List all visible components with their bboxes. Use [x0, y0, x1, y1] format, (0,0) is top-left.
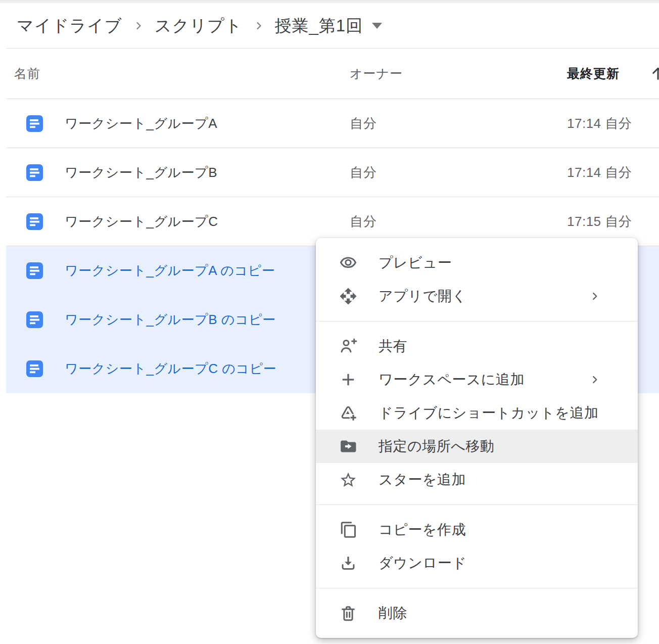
menu-divider [316, 504, 638, 505]
file-name: ワークシート_グループA [65, 115, 217, 132]
file-name: ワークシート_グループB のコピー [65, 311, 276, 329]
menu-item-delete[interactable]: 削除 [316, 596, 638, 630]
menu-item-share[interactable]: 共有 [316, 330, 638, 363]
google-docs-icon [26, 360, 43, 377]
breadcrumb-item-current-folder[interactable]: 授業_第1回 [275, 15, 363, 37]
google-docs-icon [26, 311, 43, 328]
drive-shortcut-icon [339, 404, 357, 422]
chevron-right-icon [132, 20, 145, 32]
breadcrumb-item-my-drive[interactable]: マイドライブ [17, 15, 122, 37]
file-modified: 17:14 自分 [567, 164, 632, 181]
download-icon [339, 554, 357, 572]
google-docs-icon [26, 164, 43, 181]
trash-icon [339, 604, 357, 622]
file-name: ワークシート_グループC のコピー [65, 360, 276, 378]
file-row[interactable]: ワークシート_グループA 自分 17:14 自分 [6, 99, 659, 148]
menu-item-label: スターを追加 [379, 470, 466, 489]
column-header-owner[interactable]: オーナー [350, 49, 403, 99]
menu-item-add-star[interactable]: スターを追加 [316, 463, 638, 496]
person-add-icon [339, 337, 357, 355]
plus-icon [339, 371, 357, 389]
menu-item-label: アプリで開く [379, 287, 466, 306]
file-row[interactable]: ワークシート_グループB 自分 17:14 自分 [6, 148, 659, 197]
file-name: ワークシート_グループB [65, 164, 217, 181]
menu-item-label: ワークスペースに追加 [379, 370, 525, 389]
menu-item-label: ドライブにショートカットを追加 [379, 403, 598, 423]
google-docs-icon [26, 262, 43, 279]
chevron-right-icon [253, 20, 265, 32]
menu-item-label: ダウンロード [379, 554, 466, 573]
submenu-chevron-icon [588, 290, 601, 303]
file-owner: 自分 [350, 213, 377, 231]
top-edge-divider [0, 0, 659, 4]
google-docs-icon [26, 115, 43, 132]
menu-item-make-copy[interactable]: コピーを作成 [316, 513, 638, 546]
menu-item-open-with[interactable]: アプリで開く [316, 280, 638, 313]
google-docs-icon [26, 213, 43, 230]
file-modified: 17:15 自分 [567, 213, 632, 231]
eye-icon [339, 254, 357, 272]
menu-divider [316, 588, 638, 588]
menu-item-label: 共有 [379, 337, 407, 356]
menu-item-move-to[interactable]: 指定の場所へ移動 [316, 430, 638, 463]
copy-icon [339, 521, 357, 539]
file-name: ワークシート_グループA のコピー [65, 262, 275, 280]
column-header-modified[interactable]: 最終更新 [567, 49, 620, 99]
menu-item-add-to-workspace[interactable]: ワークスペースに追加 [316, 363, 638, 396]
drive-file-list-page: マイドライブ スクリプト 授業_第1回 名前 オーナー 最終更新 ワークシート_… [0, 0, 659, 644]
folder-move-icon [339, 437, 357, 455]
breadcrumb-item-scripts[interactable]: スクリプト [155, 15, 243, 37]
column-header-name[interactable]: 名前 [14, 49, 40, 99]
menu-item-add-shortcut-to-drive[interactable]: ドライブにショートカットを追加 [316, 396, 638, 430]
breadcrumb: マイドライブ スクリプト 授業_第1回 [17, 4, 382, 48]
menu-item-label: プレビュー [379, 253, 452, 272]
menu-divider [316, 321, 638, 321]
file-name: ワークシート_グループC [65, 213, 218, 231]
file-owner: 自分 [350, 164, 377, 181]
open-with-icon [339, 287, 357, 305]
menu-item-label: 削除 [379, 604, 407, 623]
folder-dropdown-caret-icon[interactable] [372, 23, 382, 29]
menu-item-label: コピーを作成 [379, 520, 466, 539]
star-icon [339, 471, 357, 489]
context-menu: プレビュー アプリで開く 共有 ワークスペースに追加 [316, 238, 638, 638]
menu-item-download[interactable]: ダウンロード [316, 546, 638, 580]
menu-item-label: 指定の場所へ移動 [379, 437, 494, 456]
submenu-chevron-icon [588, 373, 601, 386]
sort-ascending-icon[interactable] [649, 64, 659, 82]
menu-item-preview[interactable]: プレビュー [316, 246, 638, 280]
table-header: 名前 オーナー 最終更新 [6, 49, 659, 99]
file-owner: 自分 [350, 115, 377, 132]
file-modified: 17:14 自分 [567, 115, 632, 132]
